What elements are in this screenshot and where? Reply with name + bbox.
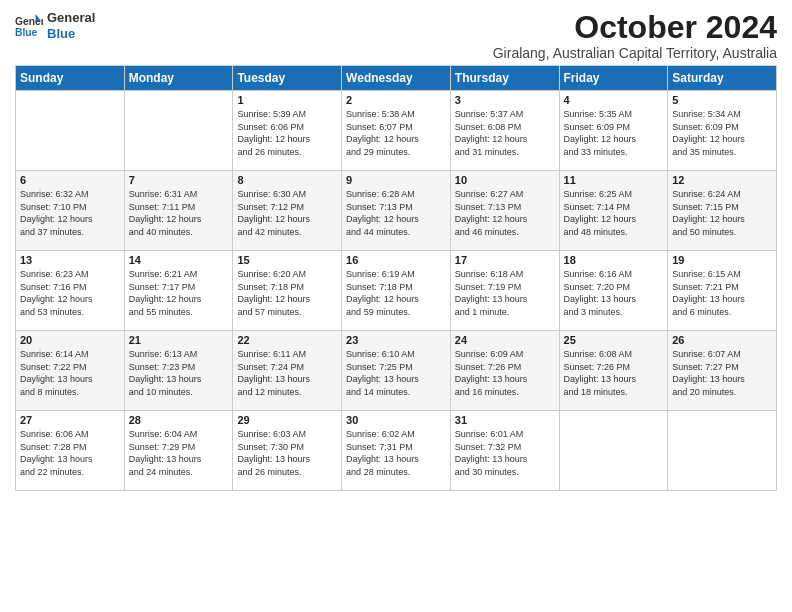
day-info: Sunrise: 6:32 AM Sunset: 7:10 PM Dayligh… (20, 188, 120, 238)
page: General Blue General Blue October 2024 G… (0, 0, 792, 612)
day-number: 6 (20, 174, 120, 186)
day-number: 3 (455, 94, 555, 106)
calendar-cell (668, 411, 777, 491)
calendar-header-monday: Monday (124, 66, 233, 91)
day-info: Sunrise: 6:03 AM Sunset: 7:30 PM Dayligh… (237, 428, 337, 478)
day-number: 9 (346, 174, 446, 186)
day-number: 21 (129, 334, 229, 346)
calendar-week-0: 1Sunrise: 5:39 AM Sunset: 6:06 PM Daylig… (16, 91, 777, 171)
day-number: 19 (672, 254, 772, 266)
day-number: 15 (237, 254, 337, 266)
calendar-week-4: 27Sunrise: 6:06 AM Sunset: 7:28 PM Dayli… (16, 411, 777, 491)
day-info: Sunrise: 6:19 AM Sunset: 7:18 PM Dayligh… (346, 268, 446, 318)
calendar-cell (124, 91, 233, 171)
day-number: 10 (455, 174, 555, 186)
calendar-cell: 17Sunrise: 6:18 AM Sunset: 7:19 PM Dayli… (450, 251, 559, 331)
day-number: 30 (346, 414, 446, 426)
calendar-cell: 6Sunrise: 6:32 AM Sunset: 7:10 PM Daylig… (16, 171, 125, 251)
day-number: 1 (237, 94, 337, 106)
day-number: 31 (455, 414, 555, 426)
day-number: 17 (455, 254, 555, 266)
day-info: Sunrise: 6:30 AM Sunset: 7:12 PM Dayligh… (237, 188, 337, 238)
logo-icon: General Blue (15, 12, 43, 40)
calendar-cell: 18Sunrise: 6:16 AM Sunset: 7:20 PM Dayli… (559, 251, 668, 331)
calendar-cell: 13Sunrise: 6:23 AM Sunset: 7:16 PM Dayli… (16, 251, 125, 331)
calendar-cell: 12Sunrise: 6:24 AM Sunset: 7:15 PM Dayli… (668, 171, 777, 251)
calendar-header-saturday: Saturday (668, 66, 777, 91)
calendar-cell: 3Sunrise: 5:37 AM Sunset: 6:08 PM Daylig… (450, 91, 559, 171)
day-info: Sunrise: 6:11 AM Sunset: 7:24 PM Dayligh… (237, 348, 337, 398)
day-info: Sunrise: 6:15 AM Sunset: 7:21 PM Dayligh… (672, 268, 772, 318)
day-number: 22 (237, 334, 337, 346)
day-number: 26 (672, 334, 772, 346)
title-block: October 2024 Giralang, Australian Capita… (493, 10, 777, 61)
day-info: Sunrise: 6:14 AM Sunset: 7:22 PM Dayligh… (20, 348, 120, 398)
day-info: Sunrise: 6:21 AM Sunset: 7:17 PM Dayligh… (129, 268, 229, 318)
calendar-cell: 30Sunrise: 6:02 AM Sunset: 7:31 PM Dayli… (342, 411, 451, 491)
calendar-cell (559, 411, 668, 491)
calendar-week-2: 13Sunrise: 6:23 AM Sunset: 7:16 PM Dayli… (16, 251, 777, 331)
day-info: Sunrise: 6:20 AM Sunset: 7:18 PM Dayligh… (237, 268, 337, 318)
day-info: Sunrise: 6:23 AM Sunset: 7:16 PM Dayligh… (20, 268, 120, 318)
day-info: Sunrise: 5:39 AM Sunset: 6:06 PM Dayligh… (237, 108, 337, 158)
day-number: 24 (455, 334, 555, 346)
month-title: October 2024 (493, 10, 777, 45)
day-number: 28 (129, 414, 229, 426)
logo: General Blue General Blue (15, 10, 95, 41)
day-number: 14 (129, 254, 229, 266)
day-info: Sunrise: 5:38 AM Sunset: 6:07 PM Dayligh… (346, 108, 446, 158)
day-number: 12 (672, 174, 772, 186)
day-info: Sunrise: 6:07 AM Sunset: 7:27 PM Dayligh… (672, 348, 772, 398)
day-info: Sunrise: 6:25 AM Sunset: 7:14 PM Dayligh… (564, 188, 664, 238)
calendar-cell: 26Sunrise: 6:07 AM Sunset: 7:27 PM Dayli… (668, 331, 777, 411)
day-number: 25 (564, 334, 664, 346)
day-number: 11 (564, 174, 664, 186)
day-number: 7 (129, 174, 229, 186)
day-info: Sunrise: 6:24 AM Sunset: 7:15 PM Dayligh… (672, 188, 772, 238)
calendar-week-1: 6Sunrise: 6:32 AM Sunset: 7:10 PM Daylig… (16, 171, 777, 251)
day-number: 16 (346, 254, 446, 266)
day-info: Sunrise: 5:37 AM Sunset: 6:08 PM Dayligh… (455, 108, 555, 158)
day-number: 2 (346, 94, 446, 106)
calendar-cell: 25Sunrise: 6:08 AM Sunset: 7:26 PM Dayli… (559, 331, 668, 411)
day-number: 8 (237, 174, 337, 186)
calendar-cell: 7Sunrise: 6:31 AM Sunset: 7:11 PM Daylig… (124, 171, 233, 251)
day-number: 18 (564, 254, 664, 266)
calendar-header-tuesday: Tuesday (233, 66, 342, 91)
calendar-cell: 31Sunrise: 6:01 AM Sunset: 7:32 PM Dayli… (450, 411, 559, 491)
day-info: Sunrise: 6:09 AM Sunset: 7:26 PM Dayligh… (455, 348, 555, 398)
calendar-cell: 28Sunrise: 6:04 AM Sunset: 7:29 PM Dayli… (124, 411, 233, 491)
day-number: 29 (237, 414, 337, 426)
calendar-header-row: SundayMondayTuesdayWednesdayThursdayFrid… (16, 66, 777, 91)
calendar-header-friday: Friday (559, 66, 668, 91)
calendar-cell: 29Sunrise: 6:03 AM Sunset: 7:30 PM Dayli… (233, 411, 342, 491)
calendar-cell: 14Sunrise: 6:21 AM Sunset: 7:17 PM Dayli… (124, 251, 233, 331)
day-info: Sunrise: 6:06 AM Sunset: 7:28 PM Dayligh… (20, 428, 120, 478)
calendar: SundayMondayTuesdayWednesdayThursdayFrid… (15, 65, 777, 491)
day-info: Sunrise: 6:01 AM Sunset: 7:32 PM Dayligh… (455, 428, 555, 478)
calendar-cell: 1Sunrise: 5:39 AM Sunset: 6:06 PM Daylig… (233, 91, 342, 171)
calendar-cell (16, 91, 125, 171)
day-number: 13 (20, 254, 120, 266)
header: General Blue General Blue October 2024 G… (15, 10, 777, 61)
day-info: Sunrise: 5:35 AM Sunset: 6:09 PM Dayligh… (564, 108, 664, 158)
day-info: Sunrise: 6:18 AM Sunset: 7:19 PM Dayligh… (455, 268, 555, 318)
subtitle: Giralang, Australian Capital Territory, … (493, 45, 777, 61)
calendar-week-3: 20Sunrise: 6:14 AM Sunset: 7:22 PM Dayli… (16, 331, 777, 411)
day-info: Sunrise: 6:31 AM Sunset: 7:11 PM Dayligh… (129, 188, 229, 238)
calendar-cell: 19Sunrise: 6:15 AM Sunset: 7:21 PM Dayli… (668, 251, 777, 331)
svg-text:General: General (15, 16, 43, 27)
logo-blue: Blue (47, 26, 95, 42)
calendar-cell: 8Sunrise: 6:30 AM Sunset: 7:12 PM Daylig… (233, 171, 342, 251)
calendar-cell: 23Sunrise: 6:10 AM Sunset: 7:25 PM Dayli… (342, 331, 451, 411)
day-info: Sunrise: 6:10 AM Sunset: 7:25 PM Dayligh… (346, 348, 446, 398)
day-info: Sunrise: 6:08 AM Sunset: 7:26 PM Dayligh… (564, 348, 664, 398)
calendar-cell: 22Sunrise: 6:11 AM Sunset: 7:24 PM Dayli… (233, 331, 342, 411)
day-info: Sunrise: 6:02 AM Sunset: 7:31 PM Dayligh… (346, 428, 446, 478)
day-info: Sunrise: 6:27 AM Sunset: 7:13 PM Dayligh… (455, 188, 555, 238)
calendar-cell: 9Sunrise: 6:28 AM Sunset: 7:13 PM Daylig… (342, 171, 451, 251)
calendar-cell: 5Sunrise: 5:34 AM Sunset: 6:09 PM Daylig… (668, 91, 777, 171)
day-info: Sunrise: 6:13 AM Sunset: 7:23 PM Dayligh… (129, 348, 229, 398)
calendar-cell: 11Sunrise: 6:25 AM Sunset: 7:14 PM Dayli… (559, 171, 668, 251)
calendar-header-thursday: Thursday (450, 66, 559, 91)
